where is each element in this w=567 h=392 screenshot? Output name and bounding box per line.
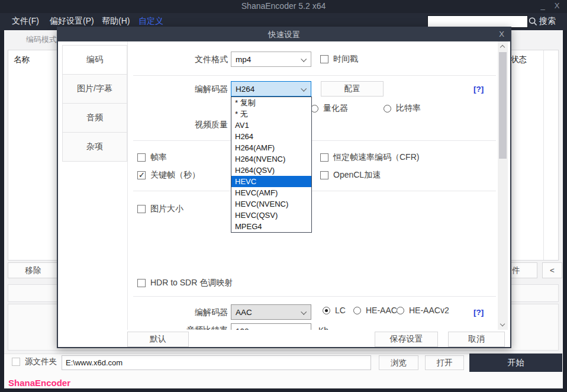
search-input[interactable] bbox=[427, 15, 528, 28]
audio-bitrate-input[interactable]: 192 bbox=[231, 323, 311, 330]
hdr-to-sdr-checkbox[interactable]: HDR to SDR 色调映射 bbox=[137, 278, 233, 288]
dialog-title: 快速设置 bbox=[58, 30, 510, 40]
status-bar bbox=[4, 372, 563, 388]
framerate-checkbox[interactable]: 帧率 bbox=[137, 152, 167, 163]
dropdown-item-selected[interactable]: HEVC bbox=[231, 176, 311, 187]
radio-circle-selected bbox=[323, 307, 330, 314]
picture-size-checkbox[interactable]: 图片大小 bbox=[137, 204, 183, 214]
dropdown-item[interactable]: * 无 bbox=[231, 108, 311, 120]
file-format-value: mp4 bbox=[236, 55, 251, 64]
tab-audio[interactable]: 音频 bbox=[62, 103, 127, 133]
divider bbox=[133, 191, 496, 191]
framerate-label: 帧率 bbox=[150, 152, 167, 163]
dropdown-item[interactable]: H264(AMF) bbox=[231, 142, 311, 153]
timestamp-checkbox[interactable]: 时间戳 bbox=[320, 54, 358, 65]
scroll-up-icon[interactable] bbox=[498, 41, 508, 52]
dialog-close-button[interactable]: X bbox=[499, 30, 504, 38]
codec-dropdown-list: * 复制 * 无 AV1 H264 H264(AMF) H264(NVENC) … bbox=[231, 97, 312, 233]
heaac-label: HE-AAC bbox=[366, 306, 397, 315]
audio-codec-select[interactable]: AAC bbox=[231, 304, 311, 320]
collapse-button[interactable]: < bbox=[542, 262, 562, 278]
checkbox-box-checked bbox=[137, 171, 146, 179]
checkbox-box bbox=[137, 279, 146, 287]
menu-customize[interactable]: 自定义 bbox=[138, 16, 163, 27]
scrollbar-thumb[interactable] bbox=[499, 52, 507, 159]
menu-file[interactable]: 文件(F) bbox=[12, 16, 39, 27]
checkbox-box bbox=[137, 205, 146, 213]
scroll-down-icon[interactable] bbox=[498, 320, 508, 330]
source-folder-label: 源文件夹 bbox=[25, 356, 57, 367]
audio-bitrate-value: 192 bbox=[236, 327, 249, 330]
checkbox-box bbox=[320, 55, 328, 63]
dropdown-item[interactable]: H264(NVENC) bbox=[231, 153, 311, 165]
column-header-status[interactable]: 状态 bbox=[511, 54, 527, 65]
default-button[interactable]: 默认 bbox=[127, 332, 189, 347]
quantizer-label: 量化器 bbox=[323, 103, 348, 114]
audio-help-link[interactable]: [?] bbox=[473, 308, 484, 317]
minimize-button[interactable]: _ bbox=[535, 0, 550, 13]
dropdown-item[interactable]: HEVC(NVENC) bbox=[231, 198, 311, 210]
dropdown-item[interactable]: HEVC(QSV) bbox=[231, 210, 311, 221]
dropdown-item[interactable]: H264 bbox=[231, 131, 311, 142]
keyframe-checkbox[interactable]: 关键帧（秒） bbox=[137, 170, 200, 181]
dropdown-item[interactable]: * 复制 bbox=[231, 97, 311, 108]
menu-help[interactable]: 帮助(H) bbox=[102, 16, 130, 27]
video-codec-label: 编解码器 bbox=[160, 83, 228, 94]
close-button[interactable]: X bbox=[549, 0, 565, 13]
tab-encode[interactable]: 编码 bbox=[62, 45, 127, 75]
column-header-name[interactable]: 名称 bbox=[14, 54, 30, 65]
cfr-checkbox[interactable]: 恒定帧速率编码（CFR) bbox=[320, 152, 419, 163]
opencl-checkbox[interactable]: OpenCL加速 bbox=[320, 170, 381, 181]
start-button[interactable]: 开始 bbox=[469, 354, 562, 372]
search-icon bbox=[529, 17, 537, 26]
window-title: ShanaEncoder 5.2 x64 bbox=[0, 1, 567, 11]
dropdown-item[interactable]: HEVC(AMF) bbox=[231, 187, 311, 198]
video-codec-select[interactable]: H264 bbox=[231, 81, 311, 97]
dropdown-item[interactable]: AV1 bbox=[231, 120, 311, 131]
divider bbox=[133, 296, 496, 297]
quick-settings-dialog: 快速设置 X 编码 图片/字幕 音频 杂项 文件格式 mp4 时间戳 bbox=[57, 27, 511, 348]
brand-label: ShanaEncoder bbox=[8, 378, 70, 388]
heaac-radio[interactable]: HE-AAC bbox=[353, 306, 397, 315]
dialog-body: 编码 图片/字幕 音频 杂项 文件格式 mp4 时间戳 编解码器 bbox=[58, 41, 510, 347]
tab-picture-subtitle[interactable]: 图片/字幕 bbox=[62, 74, 127, 104]
heaacv2-radio[interactable]: HE-AACv2 bbox=[397, 306, 449, 315]
cancel-button[interactable]: 取消 bbox=[448, 332, 505, 347]
video-quality-label: 视频质量 bbox=[160, 119, 228, 130]
audio-bitrate-unit: Kb bbox=[318, 326, 328, 330]
audio-codec-label: 编解码器 bbox=[160, 307, 228, 317]
dialog-scrollbar[interactable] bbox=[498, 41, 508, 330]
file-format-label: 文件格式 bbox=[160, 54, 228, 65]
lc-radio[interactable]: LC bbox=[323, 306, 346, 315]
video-help-link[interactable]: [?] bbox=[473, 85, 484, 94]
timestamp-label: 时间戳 bbox=[333, 54, 358, 65]
hdr-to-sdr-label: HDR to SDR 色调映射 bbox=[150, 278, 233, 288]
bitrate-radio-label: 比特率 bbox=[396, 103, 421, 114]
menu-preferences[interactable]: 偏好设置(P) bbox=[50, 16, 94, 27]
remove-button[interactable]: 移除 bbox=[8, 262, 59, 278]
file-format-select[interactable]: mp4 bbox=[231, 52, 311, 67]
tab-misc[interactable]: 杂项 bbox=[62, 132, 127, 162]
source-path-input[interactable] bbox=[62, 355, 371, 370]
chevron-down-icon bbox=[301, 86, 307, 92]
tabs-separator bbox=[127, 41, 128, 330]
chevron-down-icon bbox=[301, 309, 307, 315]
audio-bitrate-label: 音频比特率 bbox=[154, 324, 228, 330]
divider bbox=[133, 140, 496, 141]
save-settings-button[interactable]: 保存设置 bbox=[375, 332, 438, 347]
bitrate-radio[interactable]: 比特率 bbox=[384, 103, 421, 114]
title-bar: ShanaEncoder 5.2 x64 _ X bbox=[0, 0, 567, 13]
dropdown-item[interactable]: H264(QSV) bbox=[231, 165, 311, 176]
source-folder-checkbox[interactable]: 源文件夹 bbox=[12, 356, 57, 367]
config-button[interactable]: 配置 bbox=[321, 81, 384, 97]
browse-button[interactable]: 浏览 bbox=[379, 355, 418, 370]
quantizer-radio[interactable]: 量化器 bbox=[311, 103, 348, 114]
tab-encoding-mode[interactable]: 编码模式 bbox=[26, 34, 57, 45]
opencl-label: OpenCL加速 bbox=[333, 170, 381, 181]
keyframe-label: 关键帧（秒） bbox=[150, 170, 200, 181]
open-button[interactable]: 打开 bbox=[425, 355, 464, 370]
search-button[interactable]: 搜索 bbox=[539, 16, 556, 27]
dropdown-item[interactable]: MPEG4 bbox=[231, 221, 311, 232]
column-separator[interactable] bbox=[543, 50, 544, 260]
app-window: ShanaEncoder 5.2 x64 _ X 文件(F) 偏好设置(P) 帮… bbox=[0, 0, 567, 392]
